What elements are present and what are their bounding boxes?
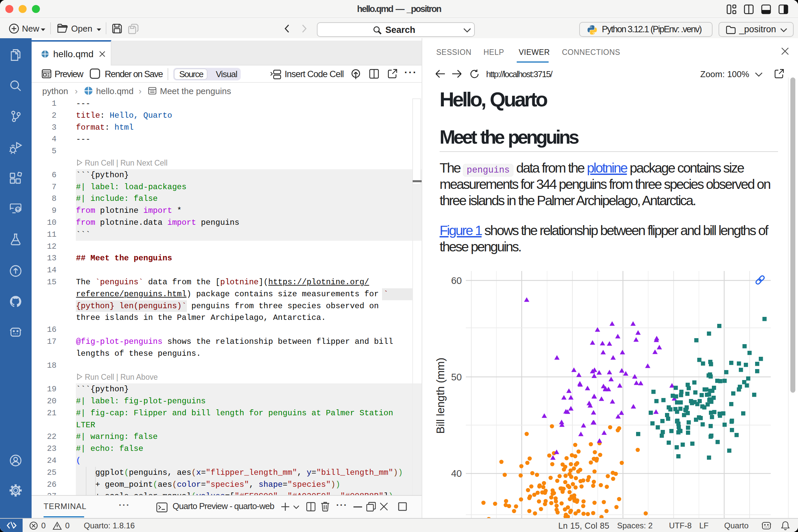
svg-text:40: 40 (451, 468, 462, 479)
svg-text:60: 60 (451, 275, 462, 286)
svg-text:Bill length (mm): Bill length (mm) (434, 358, 446, 434)
svg-text:50: 50 (451, 372, 462, 382)
